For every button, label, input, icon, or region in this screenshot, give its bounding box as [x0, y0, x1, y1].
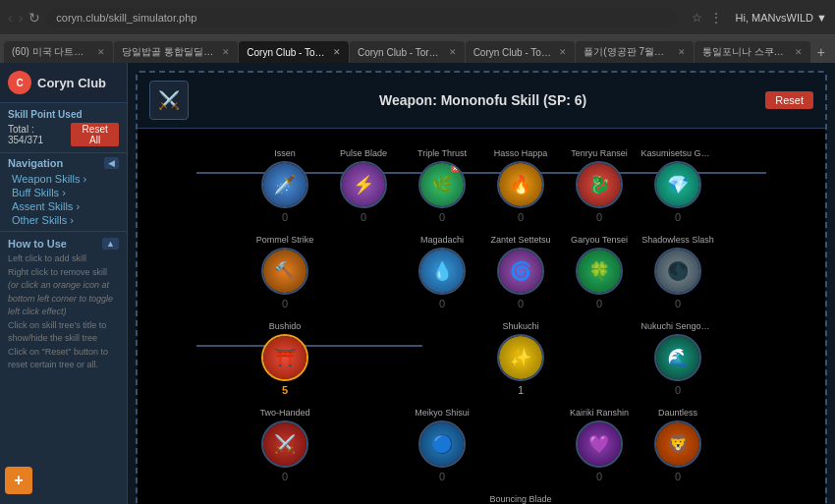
skill-pulse-blade[interactable]: Pulse Blade ⚡ 0	[324, 148, 403, 223]
skill-dauntless[interactable]: Dauntless 🦁 0	[639, 408, 717, 482]
refresh-btn[interactable]: ↻	[28, 10, 40, 26]
how-to-section: How to Use ▲ Left click to add skill Rig…	[0, 232, 127, 378]
skill-two-handed[interactable]: Two-Handed ⚔️ 0	[246, 408, 324, 482]
back-btn[interactable]: ‹	[8, 10, 13, 26]
tab-5-close[interactable]: ✕	[678, 47, 686, 57]
skill-shadowless-slash[interactable]: Shadowless Slash 🌑 0	[639, 235, 717, 309]
tab-6-close[interactable]: ✕	[795, 47, 803, 57]
tab-5[interactable]: 플기(영공판 7월입 도시) - 나시... ✕	[576, 41, 694, 63]
tab-1[interactable]: 당일밥골 통합딜딜 공제자법인 ✦... ✕	[114, 41, 238, 63]
notification-icon: +	[14, 472, 23, 489]
tab-4-close[interactable]: ✕	[559, 47, 567, 57]
address-input[interactable]: coryn.club/skill_simulator.php	[46, 8, 677, 28]
bookmark-icon[interactable]: ☆	[692, 11, 702, 25]
tab-bar: (60) 미국 다트로이어 피아 T... ✕ 당일밥골 통합딜딜 공제자법인 …	[0, 35, 835, 63]
skill-kairiki-ranshin[interactable]: Kairiki Ranshin 💜 0	[560, 408, 639, 482]
notification-badge[interactable]: +	[5, 467, 32, 494]
x3-badge: x3	[451, 163, 464, 172]
skill-meikyo-shisui[interactable]: Meikyo Shisui 🔵 0	[403, 408, 481, 482]
how-to-collapse-btn[interactable]: ▲	[102, 238, 119, 250]
user-info[interactable]: Hi, MANvsWILD ▼	[736, 12, 827, 24]
skill-shukuchi[interactable]: Shukuchi ✨ 1	[481, 321, 560, 396]
tab-3-close[interactable]: ✕	[449, 47, 457, 57]
nav-section: Navigation ◀ Weapon Skills › Buff Skills…	[0, 153, 127, 232]
how-to-title: How to Use	[8, 238, 67, 250]
mononofu-title: Weapon: Mononofu Skill (SP: 6)	[200, 92, 765, 108]
assent-skills-link[interactable]: Assent Skills ›	[8, 199, 119, 213]
tab-3[interactable]: Coryn Club - Toram Online (O... ✕	[350, 41, 465, 63]
tab-6[interactable]: 통일포니나 스쿠민산 - Google... ✕	[695, 41, 810, 63]
sp-section: Skill Point Used Total : 354/371 Reset A…	[0, 103, 127, 153]
buff-skills-link[interactable]: Buff Skills ›	[8, 186, 119, 199]
other-skills-link[interactable]: Other Skills ›	[8, 213, 119, 227]
sidebar-header: C Coryn Club	[0, 63, 127, 103]
sidebar: C Coryn Club Skill Point Used Total : 35…	[0, 63, 128, 504]
mononofu-reset-btn[interactable]: Reset	[765, 91, 813, 109]
skill-triple-thrust[interactable]: Triple Thrust 🌿 x3 0	[403, 148, 481, 223]
skill-bushido[interactable]: Bushido ⛩️ 5	[246, 321, 324, 396]
tab-4[interactable]: Coryn Club - Toram Online (... ✕	[466, 41, 576, 63]
tab-1-close[interactable]: ✕	[222, 47, 230, 57]
sp-total: Total : 354/371	[8, 124, 71, 145]
skill-tenryu-ransei[interactable]: Tenryu Ransei 🐉 0	[560, 148, 639, 223]
skill-kasumisetsu[interactable]: Kasumisetsu Genriku 💎 0	[639, 148, 717, 223]
weapon-skills-link[interactable]: Weapon Skills ›	[8, 172, 119, 186]
mononofu-weapon-icon: ⚔️	[149, 81, 189, 120]
skill-nukuchi-sengousen[interactable]: Nukuchi Sengousen 🌊 0	[639, 321, 717, 396]
skill-pommel-strike[interactable]: Pommel Strike 🔨 0	[246, 235, 324, 309]
tab-2[interactable]: Coryn Club - Toram Online (... ✕	[239, 41, 349, 63]
mononofu-skill-tree: Issen 🗡️ 0 Pulse Blade ⚡ 0	[138, 129, 825, 504]
new-tab-btn[interactable]: +	[811, 41, 831, 63]
skill-issen[interactable]: Issen 🗡️ 0	[246, 148, 324, 223]
tab-2-close[interactable]: ✕	[333, 47, 341, 57]
skill-hasso-happa[interactable]: Hasso Happa 🔥 0	[481, 148, 560, 223]
mononofu-panel: ⚔️ Weapon: Mononofu Skill (SP: 6) Reset …	[136, 71, 827, 504]
tab-0[interactable]: (60) 미국 다트로이어 피아 T... ✕	[4, 41, 113, 63]
skill-garyou-tensei[interactable]: Garyou Tensei 🍀 0	[560, 235, 639, 309]
skill-bouncing-blade[interactable]: Bouncing Blade 🌱 0	[481, 494, 560, 504]
nav-collapse-btn[interactable]: ◀	[104, 157, 119, 169]
skill-zantet-settetsu[interactable]: Zantet Settetsu 🌀 0	[481, 235, 560, 309]
nav-title: Navigation	[8, 157, 63, 169]
reset-all-btn[interactable]: Reset All	[71, 123, 119, 146]
sp-section-title: Skill Point Used	[8, 109, 119, 120]
browser-controls: ‹ › ↻ coryn.club/skill_simulator.php ☆ ⋮…	[0, 0, 835, 35]
skill-magadachi[interactable]: Magadachi 💧 0	[403, 235, 481, 309]
content-area: ⚔️ Weapon: Mononofu Skill (SP: 6) Reset …	[128, 63, 835, 504]
brand-logo: C	[8, 71, 31, 94]
mononofu-header: ⚔️ Weapon: Mononofu Skill (SP: 6) Reset	[138, 73, 825, 129]
how-to-text: Left click to add skill Right click to r…	[8, 252, 119, 372]
brand-name: Coryn Club	[37, 76, 106, 90]
settings-icon[interactable]: ⋮	[710, 11, 722, 25]
tab-0-close[interactable]: ✕	[97, 47, 105, 57]
forward-btn[interactable]: ›	[19, 10, 24, 26]
